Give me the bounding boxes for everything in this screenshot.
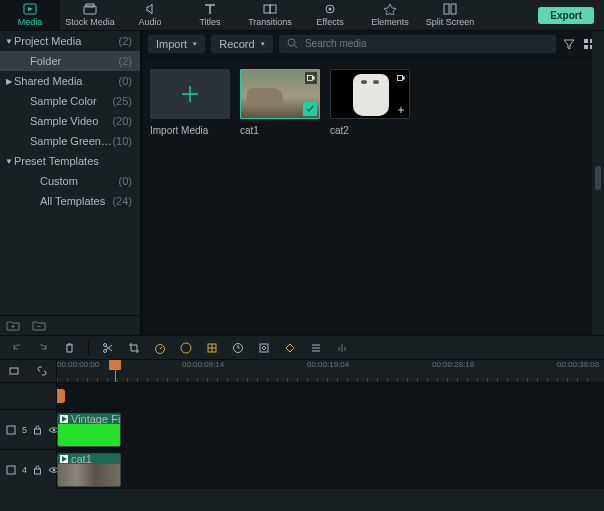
color-icon[interactable]: [179, 341, 193, 355]
sidebar-scrollbar[interactable]: [592, 31, 604, 335]
sidebar-item-count: (2): [119, 35, 132, 47]
duration-icon[interactable]: [231, 341, 245, 355]
svg-rect-3: [264, 5, 270, 13]
timeline: 00:00:00:0000:00:09:1400:00:19:0400:00:2…: [0, 335, 604, 511]
thumb-label: Import Media: [150, 119, 230, 136]
tab-effects[interactable]: Effects: [300, 0, 360, 30]
marker[interactable]: [57, 389, 65, 403]
media-pane: Import ▾ Record ▾ Import Mediacat1cat2: [140, 31, 604, 335]
lock-icon[interactable]: [33, 465, 42, 475]
timeline-toolbar: [0, 336, 604, 360]
tab-audio[interactable]: Audio: [120, 0, 180, 30]
import-dropdown[interactable]: Import ▾: [148, 35, 205, 53]
ruler-area[interactable]: 00:00:00:0000:00:09:1400:00:19:0400:00:2…: [57, 360, 604, 382]
tab-label: Stock Media: [65, 17, 115, 27]
tab-label: Transitions: [248, 17, 292, 27]
svg-rect-4: [270, 5, 276, 13]
tab-label: Media: [18, 17, 43, 27]
import-media-tile[interactable]: Import Media: [150, 69, 230, 323]
clip-label: cat1: [71, 454, 92, 464]
svg-rect-8: [451, 4, 456, 14]
green-screen-icon[interactable]: [205, 341, 219, 355]
audio-mix-icon[interactable]: [335, 341, 349, 355]
media-sidebar: ▼Project Media(2)Folder(2)▶Shared Media(…: [0, 31, 140, 335]
svg-point-6: [329, 8, 332, 11]
ruler-mark: 00:00:09:14: [182, 360, 224, 369]
sidebar-item-sample-color[interactable]: Sample Color(25): [0, 91, 140, 111]
tab-transitions[interactable]: Transitions: [240, 0, 300, 30]
sidebar-item-preset-templates[interactable]: ▼Preset Templates: [0, 151, 140, 171]
keyframe-icon[interactable]: [283, 341, 297, 355]
track-toggle-icon[interactable]: [6, 425, 16, 435]
svg-rect-22: [260, 344, 268, 352]
link-icon[interactable]: [36, 365, 48, 377]
media-icon: [23, 3, 37, 15]
sidebar-item-folder[interactable]: Folder(2): [0, 51, 140, 71]
clip-cat1[interactable]: cat1: [57, 453, 121, 487]
splitter[interactable]: [140, 31, 143, 335]
ruler-mark: 00:00:00:00: [57, 360, 99, 369]
tab-label: Elements: [371, 17, 409, 27]
expand-icon: ▼: [4, 37, 14, 46]
tab-media[interactable]: Media: [0, 0, 60, 30]
tab-titles[interactable]: Titles: [180, 0, 240, 30]
sidebar-item-shared-media[interactable]: ▶Shared Media(0): [0, 71, 140, 91]
media-thumb-cat2[interactable]: cat2: [330, 69, 410, 323]
svg-rect-7: [444, 4, 449, 14]
top-tab-bar: Media Stock Media Audio Titles Transitio…: [0, 0, 604, 31]
sidebar-item-project-media[interactable]: ▼Project Media(2): [0, 31, 140, 51]
tab-label: Effects: [316, 17, 343, 27]
track-number: 4: [22, 465, 27, 475]
sidebar-item-count: (0): [119, 175, 132, 187]
tab-elements[interactable]: Elements: [360, 0, 420, 30]
track-options-icon[interactable]: [309, 341, 323, 355]
sidebar-item-sample-video[interactable]: Sample Video(20): [0, 111, 140, 131]
video-track-1: 5Vintage Film: [0, 409, 604, 449]
ruler-mark: 00:00:28:18: [432, 360, 474, 369]
sidebar-item-sample-green-screen[interactable]: Sample Green Screen(10): [0, 131, 140, 151]
trash-icon[interactable]: [62, 341, 76, 355]
export-button[interactable]: Export: [538, 7, 594, 24]
redo-icon[interactable]: [36, 341, 50, 355]
tab-split-screen[interactable]: Split Screen: [420, 0, 480, 30]
import-label: Import: [156, 38, 187, 50]
check-icon: [303, 102, 317, 116]
track-toggle-icon[interactable]: [6, 465, 16, 475]
tab-stock-media[interactable]: Stock Media: [60, 0, 120, 30]
tracks-area: 5Vintage Film4cat1: [0, 382, 604, 511]
track-gap: [0, 382, 604, 409]
fit-icon[interactable]: [257, 341, 271, 355]
sidebar-item-count: (25): [112, 95, 132, 107]
sidebar-item-count: (24): [112, 195, 132, 207]
speed-icon[interactable]: [153, 341, 167, 355]
plus-icon: [180, 84, 200, 104]
undo-icon[interactable]: [10, 341, 24, 355]
search-box[interactable]: [279, 35, 556, 53]
add-icon[interactable]: [395, 104, 407, 116]
play-icon: [60, 415, 68, 423]
video-icon: [305, 72, 317, 84]
crop-icon[interactable]: [127, 341, 141, 355]
playhead[interactable]: [115, 360, 116, 382]
media-thumb-cat1[interactable]: cat1: [240, 69, 320, 323]
sidebar-item-custom[interactable]: Custom(0): [0, 171, 140, 191]
sidebar-item-label: Sample Green Screen: [30, 135, 112, 147]
delete-folder-icon[interactable]: [32, 320, 46, 331]
sidebar-item-all-templates[interactable]: All Templates(24): [0, 191, 140, 211]
ruler-handle-icon[interactable]: [8, 365, 20, 377]
clip-label: Vintage Film: [71, 414, 120, 424]
new-folder-icon[interactable]: [6, 320, 20, 331]
transitions-icon: [263, 3, 277, 15]
effects-icon: [323, 3, 337, 15]
clip-vintage-film[interactable]: Vintage Film: [57, 413, 121, 447]
sidebar-item-label: All Templates: [40, 195, 112, 207]
search-icon: [287, 38, 297, 49]
record-dropdown[interactable]: Record ▾: [211, 35, 272, 53]
filter-icon[interactable]: [562, 37, 576, 51]
split-icon[interactable]: [101, 341, 115, 355]
record-label: Record: [219, 38, 254, 50]
titles-icon: [203, 3, 217, 15]
expand-icon: ▼: [4, 157, 14, 166]
lock-icon[interactable]: [33, 425, 42, 435]
search-input[interactable]: [303, 37, 548, 50]
